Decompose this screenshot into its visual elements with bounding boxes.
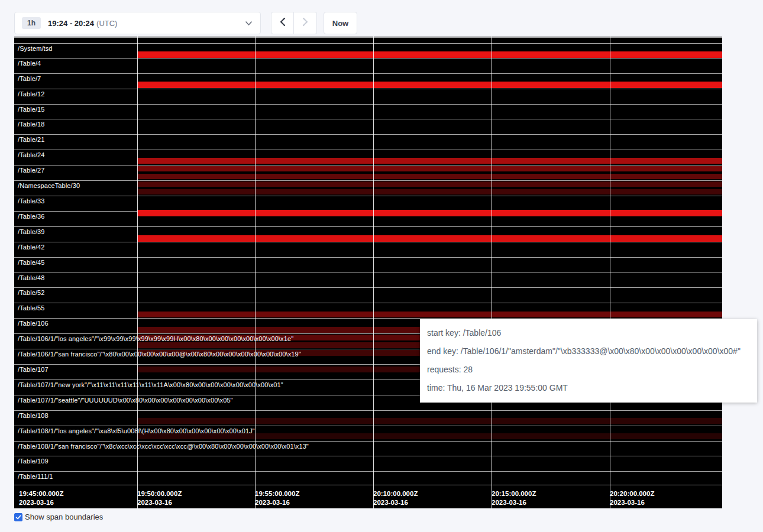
time-axis-label: 20:15:00.000Z2023-03-16 xyxy=(492,489,536,507)
duration-badge: 1h xyxy=(22,17,41,29)
span-key-label: /Table/48 xyxy=(18,274,45,281)
tooltip-end-key: end key: /Table/106/1/"amsterdam"/"\xb33… xyxy=(427,346,750,356)
time-axis-date: 2023-03-16 xyxy=(610,498,654,507)
span-key-label: /Table/107/1/"seattle"/"UUUUUUD\x00\x80\… xyxy=(18,397,233,404)
next-time-button[interactable] xyxy=(294,12,317,34)
span-key-label: /Table/108/1/"san francisco"/"\x8c\xcc\x… xyxy=(18,443,309,450)
heat-band xyxy=(137,181,722,187)
span-key-label: /Table/7 xyxy=(18,75,41,82)
span-key-label: /NamespaceTable/30 xyxy=(18,182,80,189)
span-boundary-line xyxy=(14,73,722,74)
span-boundary-line xyxy=(14,471,722,472)
time-axis-time: 20:10:00.000Z xyxy=(373,489,418,498)
chevron-down-icon xyxy=(245,21,252,25)
span-boundary-line xyxy=(14,273,722,273)
heat-band xyxy=(137,51,722,58)
heat-band xyxy=(137,312,722,317)
heat-band xyxy=(137,82,722,88)
span-boundary-line xyxy=(14,441,722,442)
span-boundary-line xyxy=(14,456,722,456)
span-key-label: /Table/27 xyxy=(18,167,45,174)
heat-band xyxy=(137,235,722,242)
show-span-boundaries-label: Show span boundaries xyxy=(25,512,103,521)
span-key-label: /Table/21 xyxy=(18,136,45,143)
span-key-label: /Table/12 xyxy=(18,90,45,98)
time-axis-label: 19:50:00.000Z2023-03-16 xyxy=(137,489,182,507)
span-boundary-line xyxy=(14,165,722,166)
time-range-picker[interactable]: 1h 19:24 - 20:24 (UTC) xyxy=(14,12,261,34)
time-axis-date: 2023-03-16 xyxy=(137,498,182,507)
span-boundary-line xyxy=(14,257,722,258)
span-key-label: /Table/108 xyxy=(18,412,49,419)
time-axis-label: 20:20:00.000Z2023-03-16 xyxy=(610,489,654,507)
show-span-boundaries-checkbox[interactable] xyxy=(14,513,22,521)
time-axis-date: 2023-03-16 xyxy=(492,498,536,507)
time-axis-label: 19:55:00.000Z2023-03-16 xyxy=(255,489,299,507)
heatmap-canvas[interactable]: /System/tsd/Table/4/Table/7/Table/12/Tab… xyxy=(14,37,722,508)
span-key-label: /Table/4 xyxy=(18,60,41,67)
time-gridline xyxy=(373,37,374,508)
heatmap-tooltip: start key: /Table/106 end key: /Table/10… xyxy=(420,319,757,403)
span-key-label: /Table/45 xyxy=(18,259,45,266)
span-key-label: /Table/106 xyxy=(18,320,49,327)
time-gridline xyxy=(492,37,492,508)
span-key-label: /Table/55 xyxy=(18,304,45,312)
span-boundary-line xyxy=(14,226,722,227)
span-key-label: /Table/52 xyxy=(18,289,45,296)
time-axis-date: 2023-03-16 xyxy=(255,498,299,507)
time-zone-label: (UTC) xyxy=(96,19,117,28)
time-axis-time: 20:15:00.000Z xyxy=(492,489,536,498)
span-key-label: /Table/18 xyxy=(18,121,45,128)
span-boundary-line xyxy=(14,287,722,288)
time-axis-time: 20:20:00.000Z xyxy=(610,489,654,498)
heat-band xyxy=(137,189,722,194)
span-boundary-line xyxy=(14,196,722,196)
span-boundary-line xyxy=(14,43,722,44)
span-boundary-line xyxy=(14,426,722,426)
span-boundary-line xyxy=(14,180,722,181)
chevron-left-icon xyxy=(280,18,285,28)
time-axis-time: 19:50:00.000Z xyxy=(137,489,182,498)
now-button[interactable]: Now xyxy=(324,12,357,34)
time-axis-label: 20:10:00.000Z2023-03-16 xyxy=(373,489,418,507)
span-key-label: /Table/33 xyxy=(18,197,45,205)
tooltip-time: time: Thu, 16 Mar 2023 19:55:00 GMT xyxy=(427,383,750,392)
heat-band xyxy=(137,418,722,424)
span-key-label: /Table/42 xyxy=(18,244,45,251)
span-boundary-line xyxy=(14,242,722,242)
span-boundary-line xyxy=(14,410,722,411)
prev-time-button[interactable] xyxy=(271,12,294,34)
heat-band xyxy=(137,158,722,164)
tooltip-start-key: start key: /Table/106 xyxy=(427,328,750,338)
span-boundary-line xyxy=(14,119,722,119)
span-key-label: /Table/111/1 xyxy=(18,473,53,480)
chevron-right-icon xyxy=(303,18,308,28)
time-gridline xyxy=(610,37,610,508)
span-key-label: /Table/106/1/"los angeles"/"\x99\x99\x99… xyxy=(18,335,293,342)
time-axis-time: 19:45:00.000Z xyxy=(19,489,63,498)
heat-band xyxy=(137,174,722,179)
heat-band xyxy=(137,166,722,171)
span-key-label: /Table/107 xyxy=(18,366,49,373)
time-axis-date: 2023-03-16 xyxy=(373,498,418,507)
span-key-label: /Table/15 xyxy=(18,106,45,113)
time-gridline xyxy=(137,37,138,508)
span-boundary-line xyxy=(14,150,722,150)
span-boundary-line xyxy=(14,58,722,59)
span-boundary-line xyxy=(14,89,722,89)
span-key-label: /Table/107/1/"new york"/"\x11\x11\x11\x1… xyxy=(18,381,283,388)
time-axis-label: 19:45:00.000Z2023-03-16 xyxy=(19,489,63,507)
span-boundary-line xyxy=(14,104,722,105)
time-gridline xyxy=(255,37,256,508)
time-nav-group xyxy=(271,12,317,34)
span-boundary-line xyxy=(14,303,722,303)
tooltip-requests: requests: 28 xyxy=(427,365,750,374)
span-key-label: /Table/108/1/"los angeles"/"\xa8\xf5\u00… xyxy=(18,427,255,434)
span-boundary-line xyxy=(14,485,722,485)
span-key-label: /System/tsd xyxy=(18,45,53,52)
span-key-label: /Table/24 xyxy=(18,151,45,158)
toolbar: 1h 19:24 - 20:24 (UTC) Now xyxy=(14,12,357,34)
span-key-label: /Table/36 xyxy=(18,213,45,220)
time-range-label: 19:24 - 20:24 xyxy=(48,19,94,28)
footer-controls: Show span boundaries xyxy=(14,512,103,521)
